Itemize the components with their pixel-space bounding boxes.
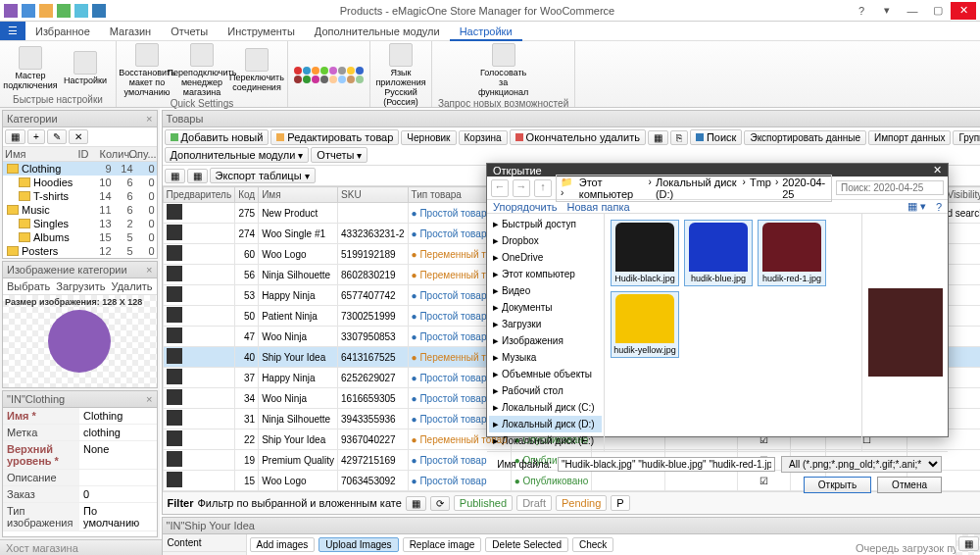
back-button[interactable]: ← xyxy=(491,179,509,197)
dialog-close-button[interactable]: ✕ xyxy=(933,164,942,177)
qat-icon[interactable] xyxy=(39,4,53,18)
qat-icon[interactable] xyxy=(74,4,88,18)
tool-button[interactable]: ▦ xyxy=(165,169,185,183)
breadcrumb-item[interactable]: Tmp xyxy=(750,177,771,200)
sidebar-item[interactable]: ▸Объемные объекты xyxy=(489,366,602,382)
ribbon-button[interactable]: Голосовать за функционал xyxy=(479,43,528,98)
forward-button[interactable]: → xyxy=(513,179,530,197)
theme-swatch[interactable] xyxy=(329,67,337,75)
close-icon[interactable]: × xyxy=(146,393,152,405)
tree-row[interactable]: Clothing9140 xyxy=(3,162,157,176)
tree-row[interactable]: Hoodies1060 xyxy=(3,176,157,189)
theme-swatch[interactable] xyxy=(338,76,346,83)
prev-tool[interactable]: ▦ xyxy=(958,536,979,551)
sidebar-item[interactable]: ▸Локальный диск (D:) xyxy=(489,416,602,432)
tool-button[interactable]: ✕ xyxy=(69,129,88,144)
filter-button[interactable]: ⟳ xyxy=(430,496,450,511)
column-header[interactable]: Код xyxy=(235,187,259,203)
trash-button[interactable]: Корзина xyxy=(459,130,508,145)
filter-pill[interactable]: P xyxy=(611,495,629,511)
sidebar-item[interactable]: ▸Локальный диск (E:) xyxy=(489,432,602,449)
detail-tab[interactable]: Content xyxy=(163,534,246,552)
help-icon[interactable]: ? xyxy=(936,201,942,213)
delete-button[interactable]: Удалить xyxy=(112,280,153,292)
column-header[interactable]: SKU xyxy=(338,187,409,203)
theme-swatch[interactable] xyxy=(320,67,328,75)
column-header[interactable]: Предваритель xyxy=(163,187,235,203)
view-button[interactable]: ▦ ▾ xyxy=(907,200,926,213)
ribbon-tab[interactable]: Инструменты xyxy=(218,24,305,39)
form-field[interactable]: None xyxy=(79,441,157,469)
file-item[interactable]: Hudik-black.jpg xyxy=(611,220,679,286)
open-button[interactable]: Открыть xyxy=(804,477,871,493)
sidebar-item[interactable]: ▸Быстрый доступ xyxy=(489,216,602,232)
sidebar-item[interactable]: ▸OneDrive xyxy=(489,249,602,266)
ribbon-tab[interactable]: Дополнительные модули xyxy=(305,24,450,39)
bulk-button[interactable]: Групповое изменение xyxy=(953,130,980,145)
theme-swatch[interactable] xyxy=(338,67,346,75)
tree-row[interactable]: Music1160 xyxy=(3,203,157,217)
sidebar-item[interactable]: ▸Этот компьютер xyxy=(489,266,602,282)
close-icon[interactable]: × xyxy=(146,264,152,276)
tree-row[interactable]: Posters1250 xyxy=(3,244,157,258)
new-folder-button[interactable]: Новая папка xyxy=(566,201,629,213)
filter-pending[interactable]: Pending xyxy=(556,495,607,511)
ribbon-tab[interactable]: Отчеты xyxy=(161,24,218,39)
qat-icon[interactable] xyxy=(92,4,106,18)
sidebar-item[interactable]: ▸Рабочий стол xyxy=(489,382,602,399)
tool-button[interactable]: ▦ xyxy=(5,129,25,144)
reports-button[interactable]: Отчеты ▾ xyxy=(311,147,368,163)
tree-row[interactable]: Albums1550 xyxy=(3,230,157,244)
tool-button[interactable]: ▦ xyxy=(648,130,668,145)
form-field[interactable]: По умолчанию xyxy=(79,503,157,530)
close-icon[interactable]: × xyxy=(146,113,152,125)
cancel-button[interactable]: Отмена xyxy=(877,477,942,493)
sidebar-item[interactable]: ▸Загрузки xyxy=(489,316,602,332)
sidebar-item[interactable]: ▸Локальный диск (C:) xyxy=(489,399,602,416)
ribbon-button[interactable]: Настройки xyxy=(61,51,110,86)
filter-published[interactable]: Published xyxy=(454,495,513,511)
form-field[interactable]: clothing xyxy=(79,425,157,440)
column-header[interactable]: Имя xyxy=(259,187,338,203)
categories-tree[interactable]: Clothing9140Hoodies1060T-shirts1460Music… xyxy=(3,162,157,258)
addons-button[interactable]: Дополнительные модули ▾ xyxy=(165,147,310,163)
filter-draft[interactable]: Draft xyxy=(516,495,552,511)
replace-image-button[interactable]: Replace image xyxy=(403,537,482,552)
delete-selected-button[interactable]: Delete Selected xyxy=(485,537,568,552)
sidebar-item[interactable]: ▸Музыка xyxy=(489,349,602,366)
maximize-button[interactable]: ▢ xyxy=(925,2,951,20)
theme-swatch[interactable] xyxy=(303,76,311,83)
qat-icon[interactable] xyxy=(57,4,71,18)
ribbon-tab[interactable]: Избранное xyxy=(25,24,100,39)
sidebar-item[interactable]: ▸Изображения xyxy=(489,332,602,349)
sidebar-item[interactable]: ▸Документы xyxy=(489,299,602,316)
tree-row[interactable]: Singles1320 xyxy=(3,217,157,230)
filter-button[interactable]: ▦ xyxy=(406,496,426,511)
theme-swatch[interactable] xyxy=(356,67,364,75)
ribbon-button[interactable]: Мастер подключения xyxy=(6,46,55,91)
ribbon-button[interactable]: Язык приложения Русский (Россия) xyxy=(376,43,425,108)
breadcrumb-item[interactable]: Этот компьютер xyxy=(579,177,645,200)
tool-button[interactable]: ⎘ xyxy=(670,130,688,145)
ribbon-button[interactable]: Переподключить менеджер магазина xyxy=(177,43,226,98)
filename-input[interactable] xyxy=(558,457,775,472)
add-images-button[interactable]: Add images xyxy=(250,537,316,552)
sidebar-item[interactable]: ▸Видео xyxy=(489,282,602,299)
check-button[interactable]: Check xyxy=(572,537,613,552)
address-bar[interactable]: 📁 › Этот компьютер › Локальный диск (D:)… xyxy=(556,175,832,202)
file-item[interactable]: hudik-red-1.jpg xyxy=(758,220,826,286)
file-item[interactable]: hudik-blue.jpg xyxy=(684,220,753,286)
tree-row[interactable]: T-shirts1460 xyxy=(3,189,157,203)
breadcrumb-item[interactable]: Локальный диск (D:) xyxy=(656,177,739,200)
dialog-files[interactable]: Hudik-black.jpghudik-blue.jpghudik-red-1… xyxy=(605,214,861,451)
upload-images-button[interactable]: Upload Images xyxy=(318,537,398,552)
minimize-button[interactable]: — xyxy=(900,2,925,20)
theme-swatch[interactable] xyxy=(356,76,364,83)
theme-swatch[interactable] xyxy=(312,76,319,83)
ribbon-tab[interactable]: Настройки xyxy=(450,24,522,41)
theme-swatch[interactable] xyxy=(303,67,311,75)
theme-swatch[interactable] xyxy=(294,76,302,83)
filetype-select[interactable]: All (*.png;*.png_old;*.gif;*.ani;* xyxy=(781,456,942,473)
theme-swatch[interactable] xyxy=(347,67,355,75)
up-button[interactable]: ↑ xyxy=(534,179,552,197)
